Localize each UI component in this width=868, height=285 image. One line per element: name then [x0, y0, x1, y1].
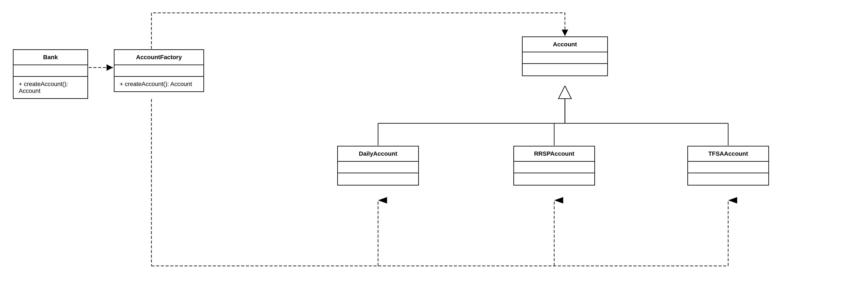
account-methods: [523, 64, 607, 75]
rrsp-account-class: RRSPAccount: [514, 146, 595, 185]
diagram-arrows: [0, 0, 868, 285]
account-class: Account: [522, 36, 608, 76]
tfsa-account-section2: [688, 173, 768, 185]
daily-account-class: DailyAccount: [337, 146, 419, 185]
tfsa-account-section1: [688, 162, 768, 173]
rrsp-account-section1: [514, 162, 594, 173]
tfsa-account-class-name: TFSAAccount: [688, 146, 768, 162]
account-factory-class: AccountFactory + createAccount(): Accoun…: [114, 49, 204, 92]
rrsp-account-section2: [514, 173, 594, 185]
bank-class-name: Bank: [13, 50, 87, 65]
bank-class: Bank + createAccount(): Account: [13, 49, 88, 99]
diagram-container: Bank + createAccount(): Account AccountF…: [0, 0, 868, 285]
account-class-name: Account: [523, 37, 607, 52]
daily-account-class-name: DailyAccount: [338, 146, 418, 162]
daily-account-section2: [338, 173, 418, 185]
account-factory-attributes: [115, 65, 204, 77]
account-factory-methods: + createAccount(): Account: [115, 77, 204, 91]
tfsa-account-class: TFSAAccount: [687, 146, 769, 185]
bank-attributes: [13, 65, 87, 77]
account-attributes: [523, 52, 607, 64]
rrsp-account-class-name: RRSPAccount: [514, 146, 594, 162]
daily-account-section1: [338, 162, 418, 173]
account-factory-class-name: AccountFactory: [115, 50, 204, 65]
svg-marker-9: [558, 86, 571, 99]
bank-methods: + createAccount(): Account: [13, 77, 87, 98]
